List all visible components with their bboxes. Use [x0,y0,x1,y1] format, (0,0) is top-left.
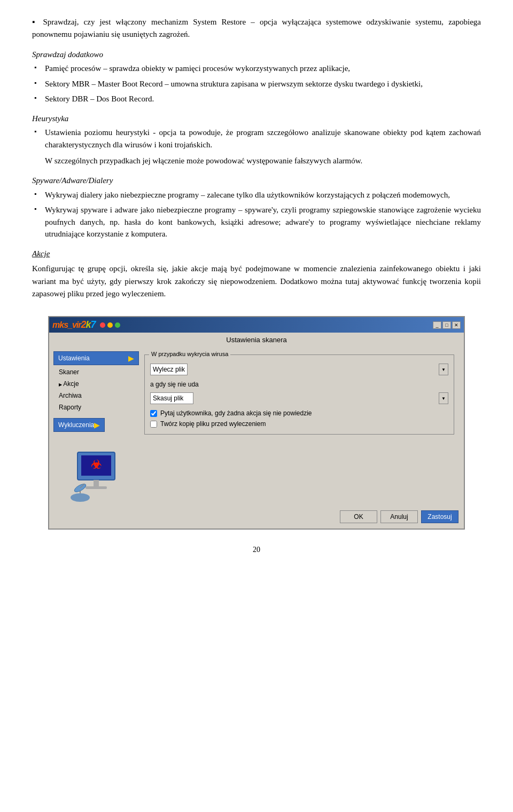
svg-rect-3 [94,480,99,486]
checkbox-backup-row: Twórz kopię pliku przed wyleczeniem [150,420,448,428]
dialog-titlebar: mks_vir2k7 _ □ ✕ [49,317,464,333]
section-spyware: Spyware/Adware/Dialery Wykrywaj dialery … [32,175,481,240]
maximize-button[interactable]: □ [442,321,451,329]
apply-button[interactable]: Zastosuj [421,510,458,523]
close-button[interactable]: ✕ [452,321,461,329]
list-item: Sektory MBR – Master Boot Record – umown… [32,78,481,90]
section-header-heurystyka: Heurystyka [32,113,481,125]
ok-button[interactable]: OK [340,510,377,523]
heurystyka-extra-para: W szczególnych przypadkach jej włączenie… [45,155,481,167]
minimize-button[interactable]: _ [433,321,441,329]
dialog-footer: OK Anuluj Zastosuj [49,507,464,529]
paragraph-system-restore: ▪ Sprawdzaj, czy jest włączony mechanizm… [32,16,481,41]
sidebar-arrow-icon2: ▶ [94,421,100,429]
traffic-light-yellow [107,322,113,328]
section-akcje-para: Konfigurując tę grupę opcji, określa się… [32,263,481,300]
action-select-row2: Skasuj plik Ignoruj Kwarantanna ▼ [150,392,448,404]
section1-list: Pamięć procesów – sprawdza obiekty w pam… [32,62,481,105]
sidebar-button-wykluczenia[interactable]: Wykluczenia ▶ [53,418,105,432]
checkbox-ask-user-label[interactable]: Pytaj użytkownika, gdy żadna akcja się n… [160,409,312,417]
list-item: Ustawienia poziomu heurystyki - opcja ta… [32,127,481,151]
select-wrapper2: Skasuj plik Ignoruj Kwarantanna ▼ [150,392,448,404]
list-item: Sektory DBR – Dos Boot Record. [32,93,481,105]
select-arrow-1: ▼ [439,364,448,375]
section2-list: Ustawienia poziomu heurystyki - opcja ta… [32,127,481,151]
traffic-light-green [115,322,120,328]
when-fail-label: a gdy się nie uda [150,381,448,388]
svg-rect-4 [86,486,107,489]
sidebar-item-archiwa[interactable]: Archiwa [53,390,139,401]
dialog-body: Ustawienia ▶ Skaner Akcje Archiwa Raport… [49,347,464,507]
sidebar-item-raporty[interactable]: Raporty [53,402,139,413]
cancel-button[interactable]: Anuluj [380,510,418,523]
svg-point-5 [71,493,90,502]
svg-text:☣: ☣ [91,458,102,471]
section-header-spyware: Spyware/Adware/Dialery [32,175,481,187]
page-content: ▪ Sprawdzaj, czy jest włączony mechanizm… [32,16,481,554]
section3-list: Wykrywaj dialery jako niebezpieczne prog… [32,189,481,240]
sidebar-item-skaner[interactable]: Skaner [53,367,139,377]
main-panel: W przypadku wykrycia wirusa Wylecz plik … [139,351,460,503]
dialog-title: Ustawienia skanera [49,333,464,347]
app-logo: mks_vir2k7 [52,319,96,330]
select-wrapper1: Wylecz plik Usuń plik Ignoruj ▼ [150,364,448,375]
dialog-icon-area: ☣ [53,444,139,503]
group-title: W przypadku wykrycia wirusa [149,351,230,357]
sidebar-panel: Ustawienia ▶ Skaner Akcje Archiwa Raport… [53,351,139,503]
list-item: Wykrywaj dialery jako niebezpieczne prog… [32,189,481,201]
select-arrow-2: ▼ [439,392,448,404]
bullet-system-restore: ▪ [32,16,35,28]
sidebar-item-akcje[interactable]: Akcje [53,379,139,389]
list-item: Pamięć procesów – sprawdza obiekty w pam… [32,62,481,75]
section-akcje: Akcje Konfigurując tę grupę opcji, okreś… [32,248,481,300]
section-header-sprawdzaj: Sprawdzaj dodatkowo [32,49,481,61]
virus-detection-group: W przypadku wykrycia wirusa Wylecz plik … [144,354,454,435]
action-select-row1: Wylecz plik Usuń plik Ignoruj ▼ [150,364,448,375]
titlebar-left: mks_vir2k7 [52,319,120,330]
checkbox-ask-user-row: Pytaj użytkownika, gdy żadna akcja się n… [150,409,448,417]
sidebar-arrow-icon: ▶ [128,354,134,362]
checkbox-backup-label[interactable]: Twórz kopię pliku przed wyleczeniem [160,420,266,428]
titlebar-controls[interactable]: _ □ ✕ [433,321,461,329]
checkbox-ask-user[interactable] [150,410,157,417]
computer-svg-icon: ☣ [69,450,123,503]
traffic-lights [100,322,120,328]
action-select-1[interactable]: Wylecz plik Usuń plik Ignoruj [150,364,188,375]
traffic-light-red [100,322,105,328]
section-sprawdzaj-dodatkowo: Sprawdzaj dodatkowo Pamięć procesów – sp… [32,49,481,105]
page-number: 20 [32,546,481,554]
action-select-2[interactable]: Skasuj plik Ignoruj Kwarantanna [150,392,193,404]
section-heurystyka: Heurystyka Ustawienia poziomu heurystyki… [32,113,481,168]
list-item: Wykrywaj spyware i adware jako niebezpie… [32,204,481,240]
checkbox-backup[interactable] [150,421,157,428]
section-header-akcje: Akcje [32,248,481,260]
dialog-window: mks_vir2k7 _ □ ✕ Ustawienia skanera [48,316,465,530]
sidebar-button-ustawienia[interactable]: Ustawienia ▶ [53,351,139,365]
